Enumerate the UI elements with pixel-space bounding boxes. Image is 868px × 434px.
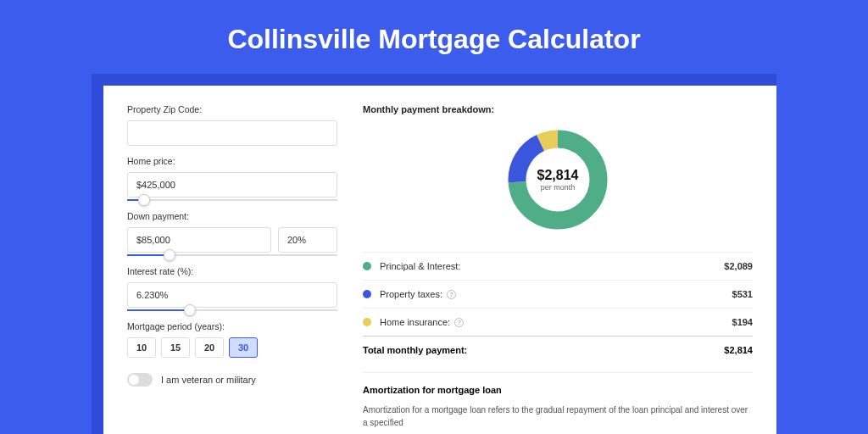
breakdown-row-insurance: Home insurance:? $194 — [363, 308, 753, 336]
interest-slider[interactable] — [127, 309, 337, 311]
veteran-row: I am veteran or military — [127, 373, 337, 387]
legend-dot-green — [363, 262, 371, 270]
interest-label: Interest rate (%): — [127, 266, 337, 276]
period-btn-10[interactable]: 10 — [127, 337, 156, 358]
legend-dot-yellow — [363, 318, 371, 326]
breakdown-column: Monthly payment breakdown: $2,814 per mo… — [363, 104, 753, 429]
period-btn-30[interactable]: 30 — [229, 337, 258, 358]
home-price-field: Home price: — [127, 156, 337, 201]
page-title: Collinsville Mortgage Calculator — [0, 0, 868, 74]
breakdown-label: Principal & Interest: — [380, 261, 724, 271]
breakdown-row-principal: Principal & Interest: $2,089 — [363, 252, 753, 280]
donut-amount: $2,814 — [537, 168, 579, 183]
amortization-section: Amortization for mortgage loan Amortizat… — [363, 372, 753, 429]
zip-field: Property Zip Code: — [127, 104, 337, 146]
home-price-input[interactable] — [127, 172, 337, 198]
toggle-knob — [129, 375, 139, 385]
breakdown-row-taxes: Property taxes:? $531 — [363, 280, 753, 308]
period-label: Mortgage period (years): — [127, 321, 337, 331]
period-btn-20[interactable]: 20 — [195, 337, 224, 358]
period-field: Mortgage period (years): 10 15 20 30 — [127, 321, 337, 358]
donut-chart: $2,814 per month — [504, 126, 611, 233]
breakdown-value: $194 — [732, 317, 753, 327]
breakdown-title: Monthly payment breakdown: — [363, 104, 753, 114]
donut-sub: per month — [537, 183, 579, 192]
amortization-title: Amortization for mortgage loan — [363, 385, 753, 395]
interest-field: Interest rate (%): — [127, 266, 337, 311]
zip-label: Property Zip Code: — [127, 104, 337, 114]
down-payment-label: Down payment: — [127, 211, 337, 221]
form-column: Property Zip Code: Home price: Down paym… — [127, 104, 337, 429]
info-icon[interactable]: ? — [454, 318, 464, 327]
info-icon[interactable]: ? — [447, 290, 456, 299]
panel-outer: Property Zip Code: Home price: Down paym… — [92, 74, 776, 434]
total-label: Total monthly payment: — [363, 345, 467, 355]
interest-input[interactable] — [127, 282, 337, 308]
zip-input[interactable] — [127, 120, 337, 146]
legend-dot-blue — [363, 290, 371, 298]
calculator-panel: Property Zip Code: Home price: Down paym… — [103, 86, 776, 434]
down-payment-field: Down payment: — [127, 211, 337, 256]
slider-thumb[interactable] — [138, 194, 150, 206]
slider-thumb[interactable] — [164, 249, 175, 261]
slider-thumb[interactable] — [184, 304, 196, 316]
veteran-label: I am veteran or military — [161, 375, 256, 385]
home-price-label: Home price: — [127, 156, 337, 166]
breakdown-label: Property taxes:? — [380, 289, 732, 299]
breakdown-total-row: Total monthly payment: $2,814 — [363, 336, 753, 364]
breakdown-value: $2,089 — [724, 261, 753, 271]
amortization-text: Amortization for a mortgage loan refers … — [363, 403, 753, 429]
donut-center: $2,814 per month — [537, 168, 579, 192]
home-price-slider[interactable] — [127, 199, 337, 201]
veteran-toggle[interactable] — [127, 373, 153, 387]
down-payment-pct-input[interactable] — [278, 227, 337, 253]
period-options: 10 15 20 30 — [127, 337, 337, 358]
breakdown-label: Home insurance:? — [380, 317, 732, 327]
breakdown-value: $531 — [732, 289, 753, 299]
down-payment-slider[interactable] — [127, 254, 337, 256]
period-btn-15[interactable]: 15 — [161, 337, 190, 358]
down-payment-input[interactable] — [127, 227, 271, 253]
total-value: $2,814 — [724, 345, 753, 355]
